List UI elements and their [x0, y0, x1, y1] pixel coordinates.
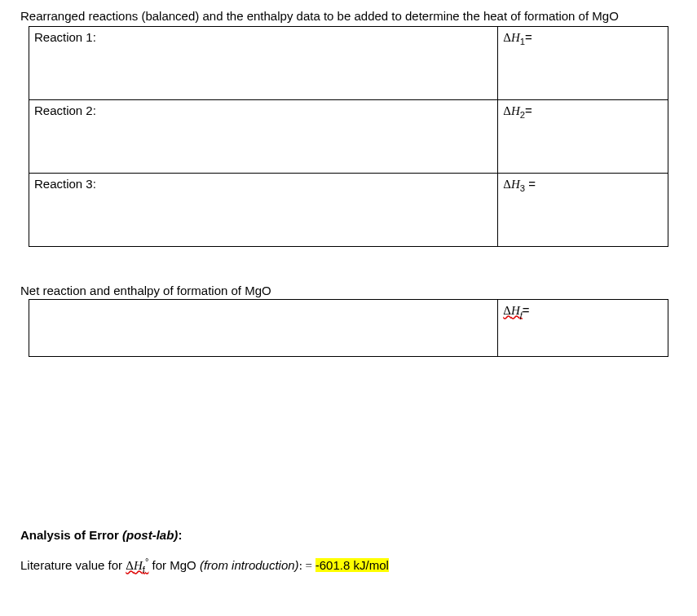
literature-value-line: Literature value for ΔHf° for MgO (from …: [20, 557, 677, 574]
net-enthalpy-cell[interactable]: ΔHf=: [498, 299, 668, 356]
reaction-1-cell[interactable]: Reaction 1:: [29, 26, 498, 99]
reaction-2-cell[interactable]: Reaction 2:: [29, 99, 498, 173]
reactions-table: Reaction 1: ΔH1= Reaction 2: ΔH2= Reacti…: [29, 26, 668, 247]
analysis-heading: Analysis of Error (post-lab):: [20, 528, 677, 542]
table-row: Reaction 3: ΔH3 =: [29, 173, 668, 246]
lit-from: (from introduction): [200, 558, 299, 572]
enthalpy-2-cell[interactable]: ΔH2=: [498, 99, 668, 173]
enthalpy-2-equals: =: [525, 103, 532, 117]
analysis-colon: :: [178, 528, 182, 542]
net-enthalpy-symbol: ΔHf: [503, 304, 523, 317]
enthalpy-1-cell[interactable]: ΔH1=: [498, 26, 668, 99]
enthalpy-1-equals: =: [525, 30, 532, 44]
reaction-3-label: Reaction 3:: [34, 177, 96, 191]
lit-prefix: Literature value for: [20, 558, 126, 572]
reaction-3-cell[interactable]: Reaction 3:: [29, 173, 498, 246]
lit-mid: for MgO: [148, 558, 200, 572]
table-row: Reaction 1: ΔH1=: [29, 26, 668, 99]
reaction-1-label: Reaction 1:: [34, 30, 96, 44]
table-row: Reaction 2: ΔH2=: [29, 99, 668, 173]
net-table: ΔHf=: [29, 299, 668, 357]
lit-dh-symbol: ΔHf°: [126, 558, 148, 572]
intro-text: Rearranged reactions (balanced) and the …: [20, 8, 677, 24]
reaction-2-label: Reaction 2:: [34, 103, 96, 117]
net-reaction-cell[interactable]: [29, 299, 498, 356]
net-enthalpy-equals: =: [523, 303, 530, 317]
lit-value-highlight: -601.8 kJ/mol: [315, 558, 389, 572]
table-row: ΔHf=: [29, 299, 668, 356]
enthalpy-1-symbol: ΔH: [503, 31, 520, 44]
enthalpy-2-symbol: ΔH: [503, 104, 520, 117]
net-heading: Net reaction and enthalpy of formation o…: [20, 284, 677, 297]
enthalpy-3-symbol: ΔH: [503, 178, 520, 191]
lit-colon-eq: : =: [299, 559, 315, 572]
enthalpy-3-cell[interactable]: ΔH3 =: [498, 173, 668, 246]
analysis-postlab: (post-lab): [122, 528, 178, 542]
enthalpy-3-equals: =: [525, 177, 536, 191]
analysis-label: Analysis of Error: [20, 528, 119, 542]
